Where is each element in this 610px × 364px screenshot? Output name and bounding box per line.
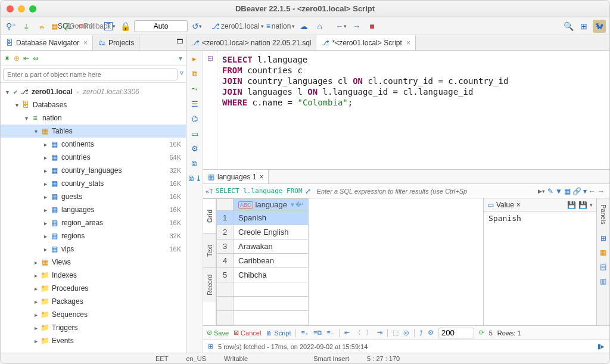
indexes-folder[interactable]: ▸📁 Indexes xyxy=(1,269,186,282)
link-icon[interactable]: 🔗 xyxy=(572,187,581,195)
refresh-icon[interactable]: ✷ xyxy=(4,54,10,63)
home-icon[interactable]: ⌂ xyxy=(313,20,326,33)
next-icon[interactable]: → xyxy=(597,187,605,195)
sql-editor[interactable]: ⊟ SELECT l.language FROM countries c JOI… xyxy=(203,51,609,170)
navigator-tree[interactable]: ▾✔ ⎇ zero01.local - zero01.local:3306 ▾🗄… xyxy=(1,83,186,353)
save-copy-icon[interactable]: 💾 xyxy=(578,201,587,209)
filter-menu-icon[interactable]: ▾ xyxy=(179,54,182,63)
filter-icon[interactable]: ▿ xyxy=(180,69,183,80)
panel-group-icon[interactable]: ▤ xyxy=(600,263,606,271)
rollback-button[interactable]: ⟲Rollback xyxy=(88,20,101,33)
panel-grid-icon[interactable]: ⊞ xyxy=(600,234,606,242)
page-size-input[interactable] xyxy=(438,328,474,338)
tab-projects[interactable]: 🗂 Projects xyxy=(93,35,139,50)
execute-icon[interactable]: ⤳ xyxy=(191,85,198,94)
lock-icon[interactable]: 🔒 xyxy=(119,20,132,33)
events-folder[interactable]: ▸📁 Events xyxy=(1,334,186,347)
target-icon[interactable]: ◎ xyxy=(403,329,409,337)
cell[interactable]: Arawakan xyxy=(234,239,309,254)
table-node[interactable]: ▸▦region_areas16K xyxy=(1,216,186,229)
cell[interactable]: Creole English xyxy=(234,225,309,239)
expand-icon[interactable]: ⤢ xyxy=(305,187,311,195)
show-icon[interactable]: ▭ xyxy=(191,129,198,138)
results-grid[interactable]: ABC language ▼�¹ 1Spanish2Creole English… xyxy=(216,198,309,325)
edit-icon[interactable]: ✎ xyxy=(547,187,553,195)
new-connection-icon[interactable]: ⚲⁺ xyxy=(4,20,17,33)
first-page-icon[interactable]: ⇤ xyxy=(344,329,350,337)
script-button[interactable]: 🗎 Script xyxy=(266,329,291,337)
editor-tab-1[interactable]: ⎇ <zero01.local> nation 22.05.21.sql xyxy=(186,35,316,50)
prev-icon[interactable]: ← xyxy=(589,187,596,195)
save-button[interactable]: ⊘ Save xyxy=(207,329,229,337)
search-icon[interactable]: 🔍 xyxy=(562,20,575,33)
dup-row-icon[interactable]: ≡⧉ xyxy=(313,329,322,337)
disconnect-icon[interactable]: ⏛ xyxy=(35,20,48,33)
table-node[interactable]: ▸▦regions32K xyxy=(1,229,186,242)
stop-icon[interactable]: ■ xyxy=(365,20,378,33)
color-icon[interactable]: ▦ xyxy=(564,187,571,195)
new-folder-icon[interactable]: ⊕ xyxy=(14,54,20,63)
tab-database-navigator[interactable]: 🗄 Database Navigator × xyxy=(1,35,93,50)
panel-refs-icon[interactable]: ▥ xyxy=(600,277,606,285)
settings-icon[interactable]: ⚙ xyxy=(428,329,434,337)
column-header[interactable]: ABC language ▼�¹ xyxy=(234,199,309,211)
cell[interactable]: Caribbean xyxy=(234,254,309,268)
forward-icon[interactable]: → xyxy=(350,20,363,33)
cloud-icon[interactable]: ☁ xyxy=(297,20,310,33)
run-script-icon[interactable]: ⧉ xyxy=(192,69,197,79)
tables-folder[interactable]: ▾▦ Tables xyxy=(1,125,186,138)
apply-filter-icon[interactable]: ▶ xyxy=(538,188,542,194)
funnel-icon[interactable]: ▼ xyxy=(555,187,562,195)
record-tab[interactable]: Record xyxy=(203,267,216,302)
row-number[interactable]: 2 xyxy=(217,225,234,239)
cell[interactable]: Spanish xyxy=(234,211,309,225)
next-page-icon[interactable]: 〉 xyxy=(366,328,372,337)
schema-selector[interactable]: ≡nation▾ xyxy=(266,22,295,30)
close-icon[interactable]: × xyxy=(83,39,88,47)
run-icon[interactable]: ▸ xyxy=(192,54,197,63)
prev-page-icon[interactable]: 〈 xyxy=(354,328,361,337)
grid-tab[interactable]: Grid xyxy=(203,198,216,233)
table-node[interactable]: ▸▦country_stats16K xyxy=(1,177,186,190)
collapse-icon[interactable]: ⇤ xyxy=(23,54,29,63)
fold-icon[interactable]: ⊟ xyxy=(207,54,213,169)
del-row-icon[interactable]: ≡₋ xyxy=(326,329,334,337)
navigator-search-input[interactable] xyxy=(3,69,178,80)
databases-folder[interactable]: ▾🗄 Databases xyxy=(1,98,186,111)
explain-icon[interactable]: ☰ xyxy=(191,99,198,108)
results-filter-input[interactable] xyxy=(313,188,539,195)
views-folder[interactable]: ▸▦ Views xyxy=(1,256,186,269)
row-number[interactable]: 4 xyxy=(217,254,234,268)
save-sql-icon[interactable]: 🗎 xyxy=(191,159,198,168)
results-tab[interactable]: ▦ languages 1 × xyxy=(203,170,269,183)
datasource-selector[interactable]: ⎇zero01.local▾ xyxy=(211,22,264,30)
sequences-folder[interactable]: ▸📁 Sequences xyxy=(1,308,186,321)
row-number[interactable]: 1 xyxy=(217,211,234,225)
close-icon[interactable]: × xyxy=(406,39,410,47)
cancel-button[interactable]: ⊠ Cancel xyxy=(234,329,261,337)
close-icon[interactable]: × xyxy=(259,173,263,181)
packages-folder[interactable]: ▸📁 Packages xyxy=(1,295,186,308)
back-icon[interactable]: ←▾ xyxy=(334,20,347,33)
row-number[interactable]: 5 xyxy=(217,268,234,282)
connect-icon[interactable]: ⏚ xyxy=(20,20,33,33)
perspective-icon[interactable]: ⊞ xyxy=(577,20,590,33)
export-icon[interactable]: ⤴ xyxy=(419,329,423,337)
cell[interactable]: Chibcha xyxy=(234,268,309,282)
row-number[interactable]: 3 xyxy=(217,239,234,254)
column-filter-icon[interactable]: ▼�¹ xyxy=(290,201,303,208)
table-node[interactable]: ▸▦continents16K xyxy=(1,138,186,151)
editor-tab-2[interactable]: ⎇ *<zero01.local> Script × xyxy=(316,35,415,50)
zoom-icon[interactable]: ⬚ xyxy=(393,329,399,337)
table-node[interactable]: ▸▦countries64K xyxy=(1,151,186,164)
history-icon[interactable]: ↺▾ xyxy=(190,20,203,33)
table-node[interactable]: ▸▦vips16K xyxy=(1,242,186,256)
config-icon[interactable]: ⚙ xyxy=(191,144,198,153)
export-status-icon[interactable]: ▮▸ xyxy=(597,343,605,350)
save-value-icon[interactable]: 💾 xyxy=(567,201,576,209)
panel-calc-icon[interactable]: ▦ xyxy=(600,248,606,257)
table-node[interactable]: ▸▦languages16K xyxy=(1,203,186,216)
last-page-icon[interactable]: ⇥ xyxy=(377,329,382,337)
transaction-mode-input[interactable] xyxy=(134,20,188,32)
refresh-icon[interactable]: ⟳ xyxy=(479,329,484,337)
